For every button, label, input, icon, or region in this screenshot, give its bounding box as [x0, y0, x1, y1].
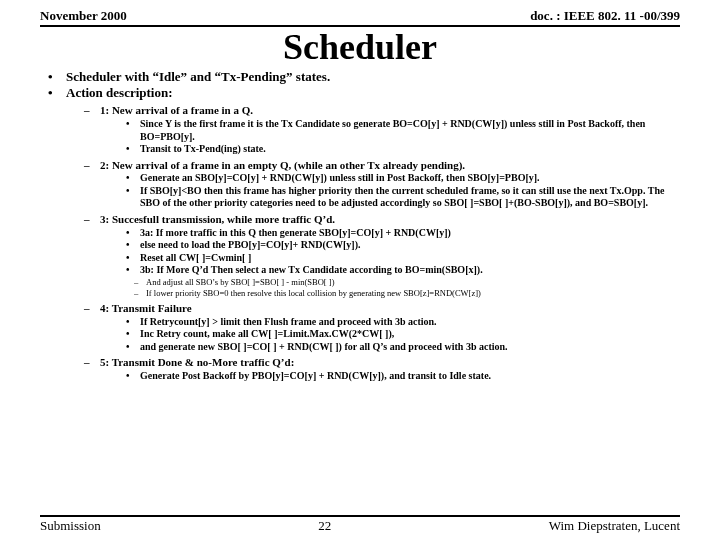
section-heading: 4: Transmit Failure: [100, 302, 192, 314]
header-bar: November 2000 doc. : IEEE 802. 11 -00/39…: [40, 8, 680, 27]
bullet-text: Action description:: [66, 85, 173, 100]
bullet-item: Action description: 1: New arrival of a …: [40, 85, 680, 383]
detail-list: Since Y is the first frame it is the Tx …: [100, 118, 680, 156]
detail-item: else need to load the PBO[y]=CO[y]+ RND(…: [100, 239, 680, 252]
section-item: 3: Succesfull transmission, while more t…: [66, 212, 680, 299]
header-date: November 2000: [40, 8, 127, 24]
detail-item: Generate an SBO[y]=CO[y] + RND(CW[y]) un…: [100, 172, 680, 185]
bullet-text: Scheduler with “Idle” and “Tx-Pending” s…: [66, 69, 330, 84]
top-bullet-list: Scheduler with “Idle” and “Tx-Pending” s…: [40, 69, 680, 383]
footer-page-number: 22: [318, 518, 331, 534]
detail-item: Since Y is the first frame it is the Tx …: [100, 118, 680, 143]
subdetail-list: And adjust all SBO’s by SBO[ ]=SBO[ ] - …: [100, 277, 680, 299]
slide-page: November 2000 doc. : IEEE 802. 11 -00/39…: [0, 0, 720, 540]
section-heading: 3: Succesfull transmission, while more t…: [100, 213, 335, 225]
detail-item: Inc Retry count, make all CW[ ]=Limit.Ma…: [100, 328, 680, 341]
detail-item: Reset all CW[ ]=Cwmin[ ]: [100, 252, 680, 265]
detail-item: If SBO[y]<BO then this frame has higher …: [100, 185, 680, 210]
section-item: 5: Transmit Done & no-More traffic Q’d: …: [66, 355, 680, 382]
subdetail-item: If lower priority SBO=0 then resolve thi…: [100, 288, 680, 299]
section-item: 4: Transmit Failure If Retrycount[y] > l…: [66, 301, 680, 353]
detail-list: 3a: If more traffic in this Q then gener…: [100, 227, 680, 277]
detail-list: Generate Post Backoff by PBO[y]=CO[y] + …: [100, 370, 680, 383]
detail-list: Generate an SBO[y]=CO[y] + RND(CW[y]) un…: [100, 172, 680, 210]
subdetail-item: And adjust all SBO’s by SBO[ ]=SBO[ ] - …: [100, 277, 680, 288]
detail-item: Generate Post Backoff by PBO[y]=CO[y] + …: [100, 370, 680, 383]
section-list: 1: New arrival of a frame in a Q. Since …: [66, 103, 680, 382]
section-item: 1: New arrival of a frame in a Q. Since …: [66, 103, 680, 155]
section-heading: 5: Transmit Done & no-More traffic Q’d:: [100, 356, 294, 368]
section-heading: 1: New arrival of a frame in a Q.: [100, 104, 253, 116]
detail-item: 3a: If more traffic in this Q then gener…: [100, 227, 680, 240]
detail-item: and generate new SBO[ ]=CO[ ] + RND(CW[ …: [100, 341, 680, 354]
slide-title: Scheduler: [40, 29, 680, 67]
detail-item: If Retrycount[y] > limit then Flush fram…: [100, 316, 680, 329]
header-doc-id: doc. : IEEE 802. 11 -00/399: [530, 8, 680, 24]
detail-item: 3b: If More Q’d Then select a new Tx Can…: [100, 264, 680, 277]
footer-bar: Submission 22 Wim Diepstraten, Lucent: [40, 515, 680, 534]
section-heading: 2: New arrival of a frame in an empty Q,…: [100, 159, 465, 171]
section-item: 2: New arrival of a frame in an empty Q,…: [66, 158, 680, 210]
detail-item: Transit to Tx-Pend(ing) state.: [100, 143, 680, 156]
footer-author: Wim Diepstraten, Lucent: [549, 518, 680, 534]
footer-left: Submission: [40, 518, 101, 534]
bullet-item: Scheduler with “Idle” and “Tx-Pending” s…: [40, 69, 680, 85]
detail-list: If Retrycount[y] > limit then Flush fram…: [100, 316, 680, 354]
slide-content: Scheduler with “Idle” and “Tx-Pending” s…: [40, 69, 680, 515]
